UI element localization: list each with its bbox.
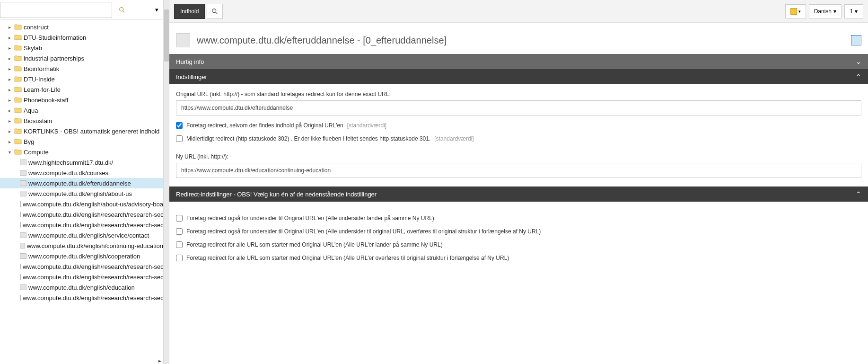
tree-toggle-icon[interactable]: ▸ xyxy=(7,139,12,144)
folder-icon xyxy=(14,148,22,156)
tree-page-item[interactable]: www.compute.dtu.dk/english/research/rese… xyxy=(0,220,163,230)
tree-toggle-icon[interactable]: ▸ xyxy=(7,77,12,82)
caret-down-icon: ▾ xyxy=(833,8,836,15)
tree-filter-dropdown[interactable]: ▾ xyxy=(130,2,163,18)
tree-toggle-icon[interactable]: ▾ xyxy=(7,150,12,155)
tree-toggle-icon[interactable]: ▸ xyxy=(7,108,12,113)
tree-item-label: www.compute.dtu.dk/english/about-us/advi… xyxy=(23,201,163,208)
tree-search-input[interactable] xyxy=(0,2,112,18)
tree-folder-item[interactable]: ▸industrial-partnerships xyxy=(0,53,163,63)
tree-page-item[interactable]: www.compute.dtu.dk/efteruddannelse xyxy=(0,178,163,188)
splitter-thumb[interactable] xyxy=(164,9,169,62)
page-header: www.compute.dtu.dk/efteruddannelse - [0_… xyxy=(169,33,868,54)
tree-item-label: Learn-for-Life xyxy=(24,86,61,93)
toolbar-search-button[interactable] xyxy=(207,4,223,19)
tree-folder-item[interactable]: ▸Aqua xyxy=(0,105,163,115)
panel-redirect-settings-header[interactable]: Redirect-indstillinger - OBS! Vælg kun é… xyxy=(169,186,868,202)
svg-point-2 xyxy=(212,9,216,12)
folder-icon xyxy=(14,75,22,83)
page-item-icon xyxy=(176,33,190,47)
tree-page-item[interactable]: www.compute.dtu.dk/english/continuing-ed… xyxy=(0,240,163,251)
page-icon xyxy=(20,243,25,249)
tree-folder-item[interactable]: ▸construct xyxy=(0,22,163,32)
tree-folder-item[interactable]: ▸KORTLINKS - OBS! automatisk genereret i… xyxy=(0,126,163,136)
user-profile-icon[interactable] xyxy=(851,35,861,45)
pane-splitter[interactable] xyxy=(164,0,169,364)
version-dropdown[interactable]: 1▾ xyxy=(844,4,863,18)
page-icon xyxy=(20,284,26,290)
panel-indstillinger-header[interactable]: Indstillinger ⌃ xyxy=(169,69,868,84)
redirect-opt2-checkbox[interactable] xyxy=(176,228,183,235)
tree-page-item[interactable]: www.hightechsummit17.dtu.dk/ xyxy=(0,157,163,168)
tree-folder-item[interactable]: ▾Compute xyxy=(0,147,163,157)
search-icon[interactable] xyxy=(114,2,130,18)
page-icon xyxy=(20,180,26,186)
panel-indstillinger-body: 1 Original URL (inkl. http://) - som sta… xyxy=(169,84,868,186)
page-icon xyxy=(20,253,26,259)
sidebar: ▾ ▸construct▸DTU-Studieinformation▸Skyla… xyxy=(0,0,164,364)
tree-page-item[interactable]: www.compute.dtu.dk/english/about-us xyxy=(0,188,163,199)
tree-item-label: KORTLINKS - OBS! automatisk genereret in… xyxy=(24,128,159,135)
original-url-label: Original URL (inkl. http://) - som stand… xyxy=(176,91,861,98)
tree-toggle-icon[interactable]: ▸ xyxy=(7,35,12,40)
original-url-input[interactable] xyxy=(176,100,861,115)
tree-item-label: www.compute.dtu.dk/english/cooperation xyxy=(28,253,140,260)
tree-folder-item[interactable]: ▸DTU-Inside xyxy=(0,74,163,84)
caret-down-icon: ▾ xyxy=(155,6,158,13)
tree-page-item[interactable]: www.compute.dtu.dk/english/education xyxy=(0,282,163,293)
tree-item-label: www.compute.dtu.dk/english/research/rese… xyxy=(23,294,163,302)
tree-folder-item[interactable]: ▸Skylab xyxy=(0,43,163,53)
redirect-opt2-label: Foretag redirect også for undersider til… xyxy=(186,228,541,235)
tree-toggle-icon[interactable]: ▸ xyxy=(7,98,12,103)
tree-folder-item[interactable]: ▸Byg xyxy=(0,136,163,147)
tree-toggle-icon[interactable]: ▸ xyxy=(7,25,12,30)
save-disk-icon xyxy=(790,8,797,15)
folder-icon xyxy=(14,54,22,62)
force-redirect-checkbox[interactable] xyxy=(176,122,183,129)
tree-item-label: Phonebook-staff xyxy=(24,97,68,104)
main-toolbar: Indhold ▾ Danish▾ 1▾ xyxy=(169,0,868,23)
tree-toggle-icon[interactable]: ▸ xyxy=(7,56,12,61)
tree-page-item[interactable]: www.compute.dtu.dk/english/research/rese… xyxy=(0,209,163,220)
chevron-down-icon: ⌄ xyxy=(856,58,861,65)
tree-page-item[interactable]: www.compute.dtu.dk/english/cooperation xyxy=(0,251,163,261)
page-icon xyxy=(20,201,21,207)
tree-page-item[interactable]: www.compute.dtu.dk/courses xyxy=(0,168,163,178)
tree-folder-item[interactable]: ▸Learn-for-Life xyxy=(0,84,163,95)
redirect-opt3-checkbox[interactable] xyxy=(176,241,183,248)
tree-folder-item[interactable]: ▸Phonebook-staff xyxy=(0,95,163,105)
tree-folder-item[interactable]: ▸Bioinformatik xyxy=(0,63,163,74)
content-scroll[interactable]: www.compute.dtu.dk/efteruddannelse - [0_… xyxy=(169,23,868,364)
page-icon xyxy=(20,170,26,176)
tree-page-item[interactable]: www.compute.dtu.dk/english/research/rese… xyxy=(0,261,163,272)
folder-icon xyxy=(14,96,22,104)
redirect-opt1-checkbox[interactable] xyxy=(176,215,183,222)
content-tree[interactable]: ▸construct▸DTU-Studieinformation▸Skylab▸… xyxy=(0,20,163,364)
tree-toggle-icon[interactable]: ▸ xyxy=(7,129,12,134)
redirect-opt4-checkbox[interactable] xyxy=(176,255,183,261)
save-button[interactable]: ▾ xyxy=(785,4,806,18)
new-url-input[interactable] xyxy=(176,163,861,178)
tree-toggle-icon[interactable]: ▸ xyxy=(7,87,12,92)
page-icon xyxy=(20,160,26,165)
scroll-right-icon[interactable]: ▸ xyxy=(158,358,161,364)
tree-toggle-icon[interactable]: ▸ xyxy=(7,118,12,124)
temp-redirect-checkbox[interactable] xyxy=(176,135,183,142)
tree-page-item[interactable]: www.compute.dtu.dk/english/about-us/advi… xyxy=(0,199,163,209)
tree-item-label: www.compute.dtu.dk/courses xyxy=(28,169,108,177)
tree-item-label: www.compute.dtu.dk/english/research/rese… xyxy=(23,211,163,218)
tab-indhold[interactable]: Indhold xyxy=(174,4,205,19)
tree-folder-item[interactable]: ▸Biosustain xyxy=(0,115,163,126)
chevron-up-icon: ⌃ xyxy=(856,73,861,80)
tree-toggle-icon[interactable]: ▸ xyxy=(7,66,12,71)
language-dropdown[interactable]: Danish▾ xyxy=(809,4,842,18)
tree-toggle-icon[interactable]: ▸ xyxy=(7,45,12,51)
tree-item-label: Biosustain xyxy=(24,117,52,124)
panel-hurtig-info-header[interactable]: Hurtig info ⌄ xyxy=(169,54,868,69)
tree-page-item[interactable]: www.compute.dtu.dk/english/research/rese… xyxy=(0,293,163,303)
tree-page-item[interactable]: www.compute.dtu.dk/english/service/conta… xyxy=(0,230,163,240)
tree-item-label: www.compute.dtu.dk/english/research/rese… xyxy=(23,274,163,281)
tree-folder-item[interactable]: ▸DTU-Studieinformation xyxy=(0,32,163,43)
tree-page-item[interactable]: www.compute.dtu.dk/english/research/rese… xyxy=(0,272,163,282)
tree-item-label: www.compute.dtu.dk/english/research/rese… xyxy=(23,222,163,229)
